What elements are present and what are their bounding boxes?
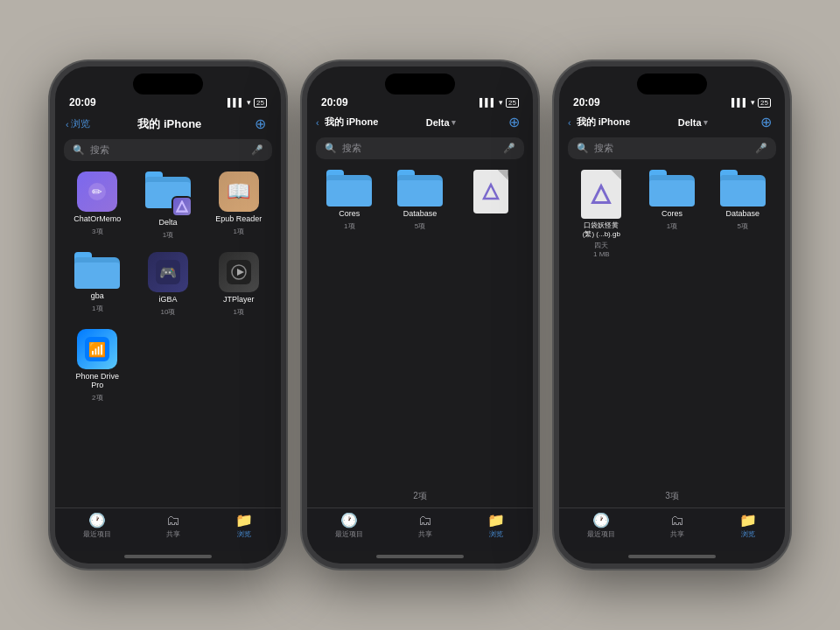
time-1: 20:09 xyxy=(69,96,96,108)
browse-icon-2: 📁 xyxy=(487,514,505,528)
item-count-2: 2项 xyxy=(307,486,533,508)
file-count-igba: 10项 xyxy=(161,307,176,317)
file-count-epub: 1项 xyxy=(233,227,243,236)
file-item-cores-2[interactable]: Cores 1项 xyxy=(316,170,383,231)
file-item-pokemon-3[interactable]: 口袋妖怪黄 (繁) (...b).gb 四天 1 MB xyxy=(568,170,635,258)
search-icon-2: 🔍 xyxy=(325,143,337,154)
delta-overlay-icon xyxy=(172,196,192,217)
browse-icon-1: 📁 xyxy=(235,514,253,528)
file-count-phonedrive: 2项 xyxy=(92,393,102,402)
dynamic-island-2 xyxy=(385,74,455,94)
app-icon-epub: 📖 xyxy=(219,172,259,212)
home-indicator-1 xyxy=(124,555,212,558)
tab-browse-1[interactable]: 📁 浏览 xyxy=(235,514,253,539)
tab-label-recent-2: 最近项目 xyxy=(335,529,363,539)
svg-marker-2 xyxy=(177,201,186,211)
dynamic-island-1 xyxy=(133,74,203,94)
svg-marker-11 xyxy=(593,186,610,203)
nav-more-3[interactable]: ⊕ xyxy=(755,114,776,130)
tab-label-browse-3: 浏览 xyxy=(741,529,755,539)
nav-chevron-icon-2: ▾ xyxy=(452,118,456,127)
tab-browse-2[interactable]: 📁 浏览 xyxy=(487,514,505,539)
app-icon-jtplayer xyxy=(219,252,259,292)
tab-label-shared-2: 共享 xyxy=(418,529,432,539)
file-item-igba[interactable]: 🎮 iGBA 10项 xyxy=(135,252,202,317)
search-placeholder-2: 搜索 xyxy=(342,142,498,155)
back-chevron-icon-3: ‹ xyxy=(568,117,571,128)
file-count-delta: 1项 xyxy=(163,230,173,240)
search-bar-3[interactable]: 🔍 搜索 🎤 xyxy=(568,137,776,159)
svg-text:✏: ✏ xyxy=(92,185,102,199)
tab-shared-2[interactable]: 🗂 共享 xyxy=(418,514,432,539)
file-name-epub: Epub Reader xyxy=(215,214,262,224)
tab-recent-3[interactable]: 🕐 最近项目 xyxy=(587,514,615,539)
file-item-database-2[interactable]: Database 5项 xyxy=(387,170,454,231)
app-icon-phonedrive: 📶 xyxy=(77,329,117,369)
delta-file-icon-2 xyxy=(473,170,508,214)
mic-icon-2: 🎤 xyxy=(503,143,515,154)
home-indicator-3 xyxy=(628,555,716,558)
nav-bar-1: ‹ 浏览 我的 iPhone ⊕ xyxy=(55,112,281,136)
search-placeholder-1: 搜索 xyxy=(90,144,246,157)
svg-text:📶: 📶 xyxy=(88,341,106,358)
browse-icon-3: 📁 xyxy=(739,514,757,528)
folder-icon-gba xyxy=(74,252,120,289)
status-bar-2: 20:09 ▌▌▌ ▾ 25 xyxy=(307,94,533,112)
file-name-igba: iGBA xyxy=(158,295,177,304)
status-bar-1: 20:09 ▌▌▌ ▾ 25 xyxy=(55,94,281,112)
clock-icon-2: 🕐 xyxy=(340,514,358,528)
file-name-pokemon-3: 口袋妖怪黄 (繁) (...b).gb xyxy=(583,221,620,238)
signal-icon: ▌▌▌ xyxy=(228,98,244,107)
file-name-cores-2: Cores xyxy=(339,209,360,219)
file-item-phonedrive[interactable]: 📶 Phone Drive Pro 2项 xyxy=(64,329,131,403)
wifi-icon-2: ▾ xyxy=(499,98,503,107)
file-name-cores-3: Cores xyxy=(662,209,682,219)
file-name-database-2: Database xyxy=(403,209,438,219)
phone-1: 20:09 ▌▌▌ ▾ 25 ‹ 浏览 我的 iPhone ⊕ 🔍 搜索 🎤 ✏… xyxy=(50,61,286,569)
folder-icon-cores-2 xyxy=(326,170,372,206)
tab-shared-3[interactable]: 🗂 共享 xyxy=(670,514,684,539)
tab-recent-2[interactable]: 🕐 最近项目 xyxy=(335,514,363,539)
file-count-chatormemo: 3项 xyxy=(92,227,102,236)
nav-more-2[interactable]: ⊕ xyxy=(503,114,524,130)
file-grid-2: Cores 1项 Database 5项 xyxy=(307,163,533,486)
folder-icon-cores-3 xyxy=(649,170,695,206)
tab-recent-1[interactable]: 🕐 最近项目 xyxy=(83,514,111,539)
time-3: 20:09 xyxy=(573,96,600,108)
tab-label-recent-3: 最近项目 xyxy=(587,529,615,539)
nav-title-text-2: Delta xyxy=(426,117,450,128)
file-item-gba[interactable]: gba 1项 xyxy=(64,252,131,317)
tab-label-browse-2: 浏览 xyxy=(489,529,503,539)
nav-bar-2: ‹ 我的 iPhone Delta ▾ ⊕ xyxy=(307,112,533,134)
phone-3: 20:09 ▌▌▌ ▾ 25 ‹ 我的 iPhone Delta ▾ ⊕ 🔍 搜… xyxy=(554,61,790,569)
nav-more-1[interactable]: ⊕ xyxy=(249,116,270,132)
shared-icon-1: 🗂 xyxy=(166,514,180,528)
nav-back-1[interactable]: ‹ 浏览 xyxy=(66,117,90,130)
nav-back-3[interactable]: ‹ 我的 iPhone xyxy=(568,116,630,129)
nav-back-2[interactable]: ‹ 我的 iPhone xyxy=(316,116,378,129)
search-bar-2[interactable]: 🔍 搜索 🎤 xyxy=(316,137,524,159)
search-bar-1[interactable]: 🔍 搜索 🎤 xyxy=(64,139,272,161)
nav-back-label-2: 我的 iPhone xyxy=(325,116,379,129)
file-item-epub[interactable]: 📖 Epub Reader 1项 xyxy=(205,172,272,240)
file-item-cores-3[interactable]: Cores 1项 xyxy=(639,170,706,258)
app-icon-chatormemo: ✏ xyxy=(77,172,117,212)
file-item-chatormemo[interactable]: ✏ ChatOrMemo 3项 xyxy=(64,172,131,240)
folder-icon-database-3 xyxy=(720,170,766,206)
file-item-delta[interactable]: Delta 1项 xyxy=(135,172,202,240)
tab-browse-3[interactable]: 📁 浏览 xyxy=(739,514,757,539)
file-name-delta: Delta xyxy=(158,218,177,228)
nav-title-1: 我的 iPhone xyxy=(90,116,249,132)
wifi-icon-3: ▾ xyxy=(751,98,755,107)
status-bar-3: 20:09 ▌▌▌ ▾ 25 xyxy=(559,94,785,112)
file-item-deltafile-2[interactable] xyxy=(457,170,524,231)
tab-shared-1[interactable]: 🗂 共享 xyxy=(166,514,180,539)
file-item-jtplayer[interactable]: JTPlayer 1项 xyxy=(205,252,272,317)
file-count-jtplayer: 1项 xyxy=(233,307,243,317)
file-name-chatormemo: ChatOrMemo xyxy=(74,214,121,224)
nav-subtitle-2: Delta ▾ xyxy=(378,117,503,128)
status-icons-3: ▌▌▌ ▾ 25 xyxy=(732,98,771,108)
phone-2: 20:09 ▌▌▌ ▾ 25 ‹ 我的 iPhone Delta ▾ ⊕ 🔍 搜… xyxy=(302,61,538,569)
file-item-database-3[interactable]: Database 5项 xyxy=(709,170,776,258)
epub-icon: 📖 xyxy=(227,180,250,203)
